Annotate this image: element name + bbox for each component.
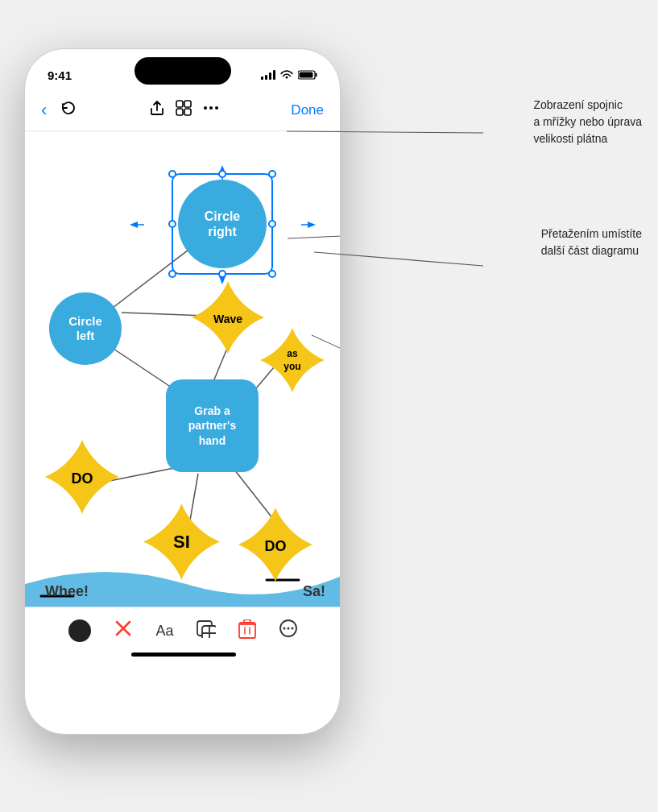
circle-left-node[interactable]: Circle left	[49, 292, 122, 365]
text-tool[interactable]: Aa	[155, 623, 173, 640]
svg-point-45	[283, 628, 285, 630]
wifi-icon	[280, 70, 293, 80]
svg-rect-5	[176, 109, 183, 115]
grab-label: Grab a partner's hand	[188, 404, 236, 448]
signal-bars-icon	[261, 70, 275, 80]
bottom-tools-row: Aa	[68, 607, 297, 643]
diagram-canvas[interactable]: Circle right Circle left Wave	[25, 131, 341, 687]
delete-tool[interactable]	[238, 619, 256, 643]
svg-text:DO: DO	[265, 538, 287, 554]
battery-icon	[298, 70, 317, 80]
phone-frame: 9:41 ‹	[24, 48, 341, 735]
status-icons	[261, 70, 317, 80]
svg-line-26	[288, 236, 341, 238]
undo-button[interactable]	[60, 99, 77, 121]
svg-rect-2	[300, 72, 313, 78]
svg-point-46	[287, 628, 289, 630]
back-button[interactable]: ‹	[41, 102, 47, 119]
wheel-text: Whee!	[45, 583, 89, 600]
as-you-node[interactable]: as you	[260, 328, 325, 392]
annotation-drag-text: Přetažením umístíte další část diagramu	[541, 227, 642, 257]
circle-right-node[interactable]: Circle right	[178, 180, 267, 268]
signal-bar-3	[269, 72, 271, 80]
svg-text:Wave: Wave	[213, 313, 242, 325]
svg-text:DO: DO	[72, 470, 93, 487]
svg-text:you: you	[283, 361, 300, 372]
annotation-drag: Přetažením umístíte další část diagramu	[541, 226, 642, 259]
do-left-node[interactable]: DO	[45, 440, 119, 514]
circle-left-label: Circle left	[68, 314, 102, 343]
svg-point-7	[204, 106, 207, 110]
svg-rect-4	[184, 101, 191, 107]
wave-node[interactable]: Wave	[192, 281, 264, 354]
svg-rect-3	[176, 101, 183, 107]
grab-node[interactable]: Grab a partner's hand	[166, 379, 259, 472]
more-tool[interactable]	[279, 619, 298, 643]
more-button[interactable]	[202, 99, 220, 121]
bottom-toolbar: Aa	[25, 607, 341, 687]
grid-button[interactable]	[175, 99, 192, 121]
toolbar-right: Done	[291, 102, 324, 118]
si-node[interactable]: SI	[143, 503, 220, 580]
svg-rect-6	[184, 109, 191, 115]
circle-tool[interactable]	[68, 619, 91, 642]
status-time: 9:41	[48, 68, 72, 82]
svg-point-47	[291, 628, 293, 630]
svg-marker-19	[219, 165, 226, 173]
done-button[interactable]: Done	[291, 102, 324, 118]
signal-bar-1	[261, 77, 263, 80]
svg-point-9	[215, 106, 218, 110]
svg-text:as: as	[287, 348, 298, 359]
home-indicator	[131, 652, 236, 657]
circle-right-label: Circle right	[205, 209, 240, 239]
dynamic-island	[134, 57, 231, 85]
svg-rect-1	[316, 73, 317, 77]
share-button[interactable]	[149, 99, 165, 121]
toolbar-left: ‹	[41, 99, 77, 121]
do-right-node[interactable]: DO	[238, 508, 312, 582]
sa-text: Sa!	[303, 583, 325, 600]
toolbar-center	[149, 99, 220, 121]
svg-point-8	[209, 106, 213, 110]
annotation-grid-text: Zobrazení spojnic a mřížky nebo úprava v…	[533, 98, 642, 145]
svg-marker-25	[308, 222, 316, 228]
signal-bar-2	[265, 75, 267, 80]
svg-text:SI: SI	[173, 532, 190, 552]
annotation-grid: Zobrazení spojnic a mřížky nebo úprava v…	[533, 97, 642, 147]
svg-marker-23	[130, 222, 138, 228]
app-toolbar: ‹	[25, 89, 340, 131]
add-tool[interactable]	[197, 619, 216, 643]
cross-tool[interactable]	[114, 619, 133, 643]
signal-bar-4	[273, 70, 275, 80]
